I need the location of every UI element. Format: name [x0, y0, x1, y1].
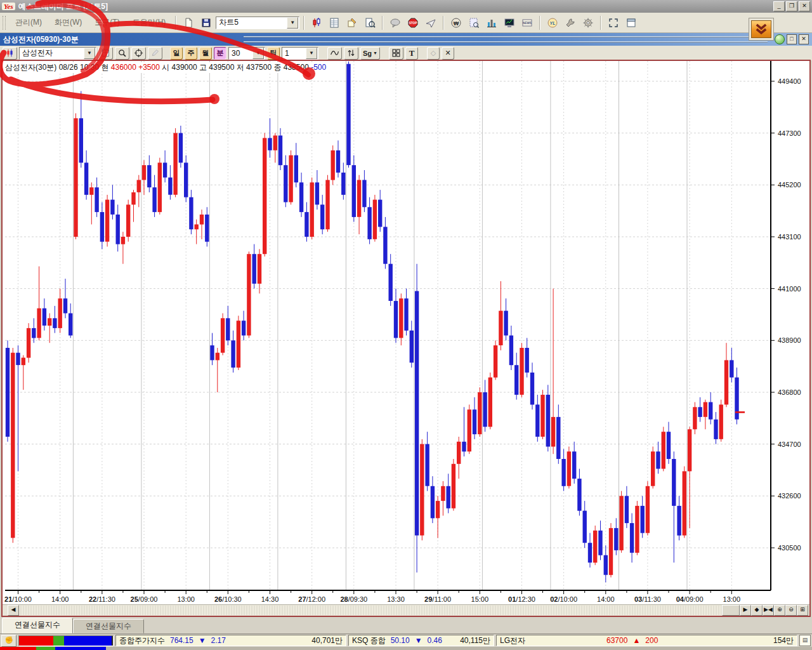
close-button[interactable]: ✕ — [799, 1, 810, 11]
svg-text:438900: 438900 — [778, 336, 801, 344]
tick-value: 1 — [282, 49, 305, 58]
signal-button[interactable]: Sg▼ — [360, 47, 380, 60]
tab-linked-futures-1[interactable]: 연결선물지수 — [2, 618, 73, 633]
svg-text:14:00: 14:00 — [597, 595, 615, 603]
bottom-strip — [0, 647, 812, 650]
zoom-out-button[interactable]: ⊖ — [785, 605, 797, 616]
menu-manage[interactable]: 관리(M) — [10, 15, 48, 30]
scroll-right-button[interactable]: ▶ — [740, 605, 751, 616]
split-view-button[interactable] — [389, 47, 403, 60]
wrench-icon — [565, 17, 576, 29]
bar-chart-button[interactable] — [483, 15, 500, 31]
close-chart-icon[interactable]: ✕ — [799, 34, 809, 44]
period-minute-button[interactable]: 분 — [214, 47, 226, 60]
stock-volume: 154만 — [773, 635, 794, 646]
kosdaq-volume: 40,115만 — [460, 635, 490, 646]
svg-text:15:00: 15:00 — [471, 595, 489, 603]
svg-text:14:30: 14:30 — [261, 595, 279, 603]
titlebar-grip[interactable] — [244, 36, 768, 43]
period-week-button[interactable]: 주 — [185, 47, 197, 60]
separator — [175, 16, 176, 30]
restore-button[interactable]: ❐ — [786, 1, 797, 11]
note-page-icon[interactable]: ▤ — [799, 635, 811, 646]
text-tool-button[interactable]: T — [405, 47, 418, 60]
chart-select-combo[interactable]: 차트5 ▼ — [216, 17, 299, 29]
expand-bars-button[interactable]: ▶◀ — [763, 605, 774, 616]
memo-button[interactable] — [344, 15, 360, 31]
symbol-combo[interactable]: 삼성전자 ▼ — [19, 47, 96, 60]
minimize-button[interactable]: _ — [773, 1, 785, 11]
scale-toggle-button[interactable] — [344, 47, 358, 60]
symbol-code-button[interactable] — [98, 47, 113, 60]
chevron-down-icon[interactable]: ▼ — [373, 51, 377, 55]
stop-button[interactable]: STOP — [405, 15, 421, 31]
info-low-label: 저 — [237, 63, 244, 72]
close-toolbar-button[interactable]: ✕ — [442, 47, 454, 60]
crosshair-icon — [134, 48, 143, 58]
tick-combo[interactable]: 1 ▼ — [282, 47, 318, 60]
line-chart-button[interactable] — [327, 47, 342, 60]
svg-text:NEWS: NEWS — [523, 22, 532, 25]
document-search-button[interactable] — [362, 15, 378, 31]
environment-button[interactable] — [580, 15, 596, 31]
chevron-down-icon[interactable]: ▼ — [252, 48, 264, 59]
scroll-left-button[interactable]: ◀ — [8, 605, 19, 616]
tab-linked-futures-2[interactable]: 연결선물지수 — [73, 619, 144, 633]
fullscreen-button[interactable] — [605, 15, 622, 31]
period-day-button[interactable]: 일 — [170, 47, 183, 60]
symbol-type-button[interactable] — [3, 47, 17, 60]
new-document-button[interactable] — [180, 15, 197, 31]
menu-tools[interactable]: 도구(T) — [89, 15, 125, 30]
draw-pencil-button[interactable] — [148, 47, 162, 60]
chart-window-titlebar[interactable]: 삼성전자(05930)-30분 □ ✕ — [0, 33, 812, 46]
diamond-tool-button[interactable]: ◇ — [427, 47, 440, 60]
bottom-tabs: 연결선물지수 연결선물지수 — [0, 618, 812, 634]
info-low: 437500 — [246, 63, 272, 72]
search-icon — [117, 48, 127, 58]
info-close-label: 종 — [273, 63, 281, 72]
zoom-in-button[interactable]: ⊕ — [774, 605, 785, 616]
save-button[interactable] — [198, 15, 214, 31]
window-layout-button[interactable] — [623, 15, 639, 31]
settings-wrench-button[interactable] — [562, 15, 579, 31]
grid-toggle-button[interactable]: ⊞ — [797, 605, 808, 616]
document-search-icon — [364, 17, 376, 29]
chevron-down-icon[interactable]: ▼ — [84, 48, 95, 59]
candle-chart-button[interactable] — [308, 15, 325, 31]
scrollbar-thumb[interactable] — [722, 605, 740, 616]
svg-text:₩: ₩ — [454, 20, 459, 26]
news-button[interactable]: NEWS — [519, 15, 535, 31]
chart-window-title: 삼성전자(05930)-30분 — [3, 34, 79, 45]
svg-text:04/09:00: 04/09:00 — [676, 595, 704, 603]
search-button[interactable] — [115, 47, 129, 60]
separator — [382, 16, 383, 30]
expand-icon — [608, 17, 619, 29]
currency-button[interactable]: ₩ — [448, 15, 464, 31]
scrollbar-track[interactable] — [19, 606, 722, 615]
sheet-search-button[interactable] — [466, 15, 482, 31]
candlestick-chart[interactable]: 4494004473004452004431004410004389004368… — [3, 61, 809, 605]
chevron-down-icon[interactable]: ▼ — [306, 48, 317, 59]
toolbar-grip[interactable] — [3, 16, 6, 30]
bubble-button[interactable] — [387, 15, 403, 31]
minute-combo[interactable]: 30 ▼ — [228, 47, 265, 60]
collapse-panel-button[interactable] — [749, 18, 774, 41]
period-tick-button[interactable]: 틱 — [267, 47, 280, 60]
chevron-down-icon[interactable]: ▼ — [287, 17, 298, 29]
yl-button[interactable]: YL — [544, 15, 561, 31]
svg-text:441000: 441000 — [778, 285, 801, 293]
menu-screen[interactable]: 화면(W) — [49, 15, 88, 30]
period-month-button[interactable]: 월 — [199, 47, 212, 60]
chart-monitor-button[interactable] — [501, 15, 518, 31]
info-close-change: -500 — [311, 63, 326, 72]
bulb-icon[interactable] — [775, 34, 785, 44]
svg-text:447300: 447300 — [778, 129, 801, 137]
crosshair-button[interactable] — [131, 47, 146, 60]
quote-table-button[interactable] — [326, 15, 343, 31]
hand-icon[interactable]: ✊ — [1, 635, 16, 647]
menu-help[interactable]: 도움말(H) — [127, 15, 172, 30]
compress-bars-button[interactable]: ◆ — [751, 605, 763, 616]
send-order-button[interactable] — [422, 15, 439, 31]
info-close: 438500 — [284, 63, 309, 72]
maximize-icon[interactable]: □ — [787, 34, 797, 44]
